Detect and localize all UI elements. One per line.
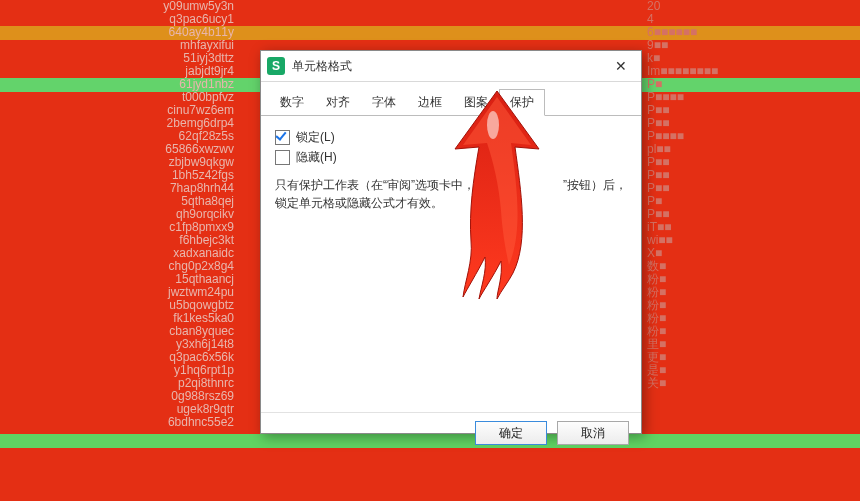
sheet-cell[interactable]: y09umw5y3n xyxy=(0,0,240,13)
sheet-cell[interactable]: q3pac6x56k xyxy=(0,351,240,364)
sheet-cell[interactable]: X■ xyxy=(641,247,860,260)
sheet-cell[interactable]: k■ xyxy=(641,52,860,65)
sheet-cell[interactable]: P■■ xyxy=(641,117,860,130)
sheet-cell[interactable]: 65866xwzwv xyxy=(0,143,240,156)
protection-hint: 只有保护工作表（在“审阅”选项卡中，点击“保护工作表”按钮）后，锁定单元格或隐藏… xyxy=(275,176,627,212)
ok-button[interactable]: 确定 xyxy=(475,421,547,445)
sheet-cell[interactable]: q3pac6ucy1 xyxy=(0,13,240,26)
sheet-cell[interactable]: c1fp8pmxx9 xyxy=(0,221,240,234)
sheet-cell[interactable]: p2qi8thnrc xyxy=(0,377,240,390)
sheet-column-left: y09umw5y3nq3pac6ucy1640ay4b11ymhfayxifui… xyxy=(0,0,240,501)
hide-checkbox[interactable] xyxy=(275,150,290,165)
sheet-cell[interactable]: 数■ xyxy=(641,260,860,273)
sheet-cell[interactable]: mhfayxifui xyxy=(0,39,240,52)
sheet-cell[interactable]: 粉■ xyxy=(641,325,860,338)
lock-checkbox-label: 锁定(L) xyxy=(296,129,335,146)
sheet-cell[interactable]: P■■ xyxy=(641,208,860,221)
sheet-cell[interactable]: 2bemg6drp4 xyxy=(0,117,240,130)
sheet-cell[interactable]: 粉■ xyxy=(641,299,860,312)
sheet-cell[interactable]: 粉■ xyxy=(641,312,860,325)
sheet-cell[interactable]: pl■■ xyxy=(641,143,860,156)
lock-checkbox-row[interactable]: 锁定(L) xyxy=(275,129,627,146)
sheet-cell[interactable]: jabjdt9jr4 xyxy=(0,65,240,78)
sheet-cell[interactable]: u5bqowgbtz xyxy=(0,299,240,312)
sheet-column-right: 2046■■■■■■9■■k■Im■■■■■■■■P■P■■■■P■■P■■P■… xyxy=(641,0,860,501)
sheet-cell[interactable]: P■■ xyxy=(641,169,860,182)
close-icon[interactable]: ✕ xyxy=(607,55,635,77)
sheet-cell[interactable]: 0g988rsz69 xyxy=(0,390,240,403)
sheet-cell[interactable]: 9■■ xyxy=(641,39,860,52)
dialog-tabs: 数字对齐字体边框图案保护 xyxy=(261,82,641,116)
sheet-cell[interactable]: y1hq6rpt1p xyxy=(0,364,240,377)
sheet-cell[interactable]: 更■ xyxy=(641,351,860,364)
dialog-body: 锁定(L) 隐藏(H) 只有保护工作表（在“审阅”选项卡中，点击“保护工作表”按… xyxy=(261,116,641,412)
sheet-cell[interactable]: 15qthaancj xyxy=(0,273,240,286)
sheet-cell[interactable]: 里■ xyxy=(641,338,860,351)
sheet-cell[interactable]: P■ xyxy=(641,195,860,208)
sheet-cell[interactable]: 51iyj3dttz xyxy=(0,52,240,65)
sheet-cell[interactable]: 是■ xyxy=(641,364,860,377)
sheet-cell[interactable]: jwztwm24pu xyxy=(0,286,240,299)
sheet-cell[interactable]: y3xh6j14t8 xyxy=(0,338,240,351)
sheet-cell[interactable]: P■ xyxy=(641,78,860,91)
sheet-cell[interactable]: 粉■ xyxy=(641,286,860,299)
sheet-cell[interactable]: 粉■ xyxy=(641,273,860,286)
cancel-button[interactable]: 取消 xyxy=(557,421,629,445)
sheet-cell[interactable]: 6■■■■■■ xyxy=(641,26,860,39)
tab-pattern[interactable]: 图案 xyxy=(453,89,499,116)
sheet-cell[interactable]: ugek8r9qtr xyxy=(0,403,240,416)
sheet-cell[interactable]: P■■ xyxy=(641,104,860,117)
lock-checkbox[interactable] xyxy=(275,130,290,145)
sheet-cell[interactable]: t000bpfvz xyxy=(0,91,240,104)
sheet-cell[interactable]: chg0p2x8g4 xyxy=(0,260,240,273)
tab-font[interactable]: 字体 xyxy=(361,89,407,116)
hide-checkbox-row[interactable]: 隐藏(H) xyxy=(275,149,627,166)
sheet-cell[interactable]: qh9orqcikv xyxy=(0,208,240,221)
sheet-cell[interactable]: 7hap8hrh44 xyxy=(0,182,240,195)
sheet-cell[interactable]: fk1kes5ka0 xyxy=(0,312,240,325)
dialog-footer: 确定 取消 xyxy=(261,412,641,453)
sheet-cell[interactable]: 4 xyxy=(641,13,860,26)
sheet-cell[interactable]: xadxanaidc xyxy=(0,247,240,260)
dialog-titlebar[interactable]: 单元格格式 ✕ xyxy=(261,51,641,82)
sheet-cell[interactable]: 640ay4b11y xyxy=(0,26,240,39)
sheet-cell[interactable]: 关■ xyxy=(641,377,860,390)
sheet-cell[interactable]: zbjbw9qkgw xyxy=(0,156,240,169)
dialog-title: 单元格格式 xyxy=(292,58,607,75)
tab-protect[interactable]: 保护 xyxy=(499,89,545,116)
sheet-cell[interactable]: 62qf28z5s xyxy=(0,130,240,143)
sheet-cell[interactable]: P■■■■ xyxy=(641,130,860,143)
sheet-cell[interactable]: 5qtha8qej xyxy=(0,195,240,208)
sheet-cell[interactable]: P■■ xyxy=(641,156,860,169)
sheet-cell[interactable]: cinu7wz6em xyxy=(0,104,240,117)
sheet-cell[interactable]: Im■■■■■■■■ xyxy=(641,65,860,78)
sheet-cell[interactable]: f6hbejc3kt xyxy=(0,234,240,247)
tab-border[interactable]: 边框 xyxy=(407,89,453,116)
hide-checkbox-label: 隐藏(H) xyxy=(296,149,337,166)
sheet-cell[interactable]: 6bdhnc55e2 xyxy=(0,416,240,429)
sheet-cell[interactable]: P■■■■ xyxy=(641,91,860,104)
cell-format-dialog: 单元格格式 ✕ 数字对齐字体边框图案保护 锁定(L) 隐藏(H) 只有保护工作表… xyxy=(260,50,642,434)
tab-number[interactable]: 数字 xyxy=(269,89,315,116)
sheet-cell[interactable]: 61jyd1nbz xyxy=(0,78,240,91)
wps-app-icon xyxy=(267,57,285,75)
sheet-cell[interactable]: iT■■ xyxy=(641,221,860,234)
sheet-cell[interactable]: P■■ xyxy=(641,182,860,195)
tab-align[interactable]: 对齐 xyxy=(315,89,361,116)
sheet-cell[interactable]: wi■■ xyxy=(641,234,860,247)
sheet-cell[interactable]: cban8yquec xyxy=(0,325,240,338)
sheet-cell[interactable]: 1bh5z42fgs xyxy=(0,169,240,182)
sheet-cell[interactable]: 20 xyxy=(641,0,860,13)
